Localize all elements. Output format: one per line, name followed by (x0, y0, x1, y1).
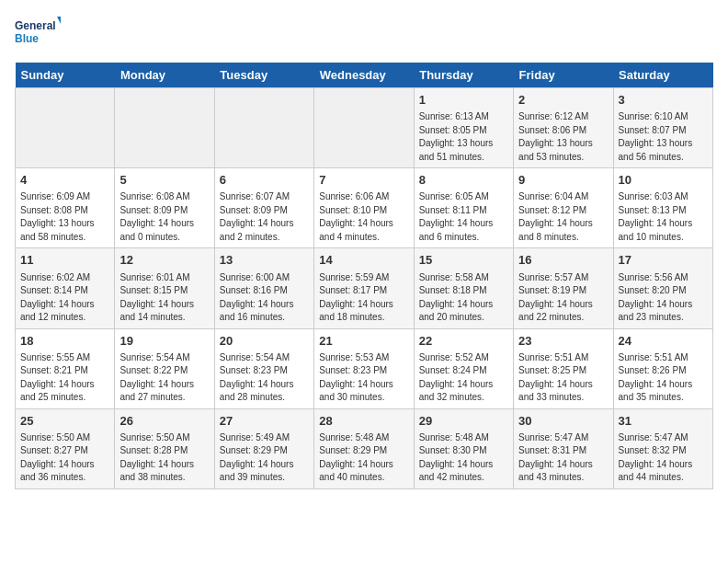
day-number: 15 (419, 252, 508, 269)
day-number: 23 (518, 333, 608, 350)
calendar-cell: 1Sunrise: 6:13 AM Sunset: 8:05 PM Daylig… (414, 88, 513, 168)
calendar-cell: 29Sunrise: 5:48 AM Sunset: 8:30 PM Dayli… (414, 408, 513, 488)
day-info: Sunrise: 5:56 AM Sunset: 8:20 PM Dayligh… (619, 271, 708, 325)
day-number: 20 (220, 333, 309, 350)
day-info: Sunrise: 5:50 AM Sunset: 8:27 PM Dayligh… (20, 431, 109, 485)
day-info: Sunrise: 6:12 AM Sunset: 8:06 PM Dayligh… (518, 110, 608, 164)
calendar-cell: 7Sunrise: 6:06 AM Sunset: 8:10 PM Daylig… (314, 168, 414, 248)
day-number: 3 (619, 92, 708, 109)
day-info: Sunrise: 5:51 AM Sunset: 8:26 PM Dayligh… (619, 351, 708, 405)
calendar-cell: 25Sunrise: 5:50 AM Sunset: 8:27 PM Dayli… (16, 408, 115, 488)
day-info: Sunrise: 6:02 AM Sunset: 8:14 PM Dayligh… (20, 271, 109, 325)
day-info: Sunrise: 6:08 AM Sunset: 8:09 PM Dayligh… (119, 190, 209, 244)
weekday-header-sunday: Sunday (16, 63, 115, 88)
calendar-cell: 26Sunrise: 5:50 AM Sunset: 8:28 PM Dayli… (115, 408, 214, 488)
calendar-cell: 6Sunrise: 6:07 AM Sunset: 8:09 PM Daylig… (214, 168, 313, 248)
calendar-cell: 11Sunrise: 6:02 AM Sunset: 8:14 PM Dayli… (16, 248, 115, 328)
calendar-cell: 20Sunrise: 5:54 AM Sunset: 8:23 PM Dayli… (214, 328, 313, 408)
day-number: 14 (319, 252, 408, 269)
calendar-cell: 12Sunrise: 6:01 AM Sunset: 8:15 PM Dayli… (115, 248, 214, 328)
calendar-cell: 30Sunrise: 5:47 AM Sunset: 8:31 PM Dayli… (514, 408, 613, 488)
week-row-1: 4Sunrise: 6:09 AM Sunset: 8:08 PM Daylig… (16, 168, 713, 248)
calendar-cell: 16Sunrise: 5:57 AM Sunset: 8:19 PM Dayli… (514, 248, 613, 328)
day-info: Sunrise: 6:03 AM Sunset: 8:13 PM Dayligh… (619, 190, 708, 244)
calendar-cell: 8Sunrise: 6:05 AM Sunset: 8:11 PM Daylig… (414, 168, 513, 248)
calendar-cell: 17Sunrise: 5:56 AM Sunset: 8:20 PM Dayli… (613, 248, 712, 328)
calendar-cell: 15Sunrise: 5:58 AM Sunset: 8:18 PM Dayli… (414, 248, 513, 328)
calendar-cell: 19Sunrise: 5:54 AM Sunset: 8:22 PM Dayli… (115, 328, 214, 408)
day-number: 27 (220, 413, 309, 430)
weekday-header-monday: Monday (115, 63, 214, 88)
day-info: Sunrise: 5:57 AM Sunset: 8:19 PM Dayligh… (518, 271, 608, 325)
day-info: Sunrise: 5:47 AM Sunset: 8:31 PM Dayligh… (518, 431, 608, 485)
day-info: Sunrise: 5:52 AM Sunset: 8:24 PM Dayligh… (419, 351, 508, 405)
calendar-cell: 22Sunrise: 5:52 AM Sunset: 8:24 PM Dayli… (414, 328, 513, 408)
day-info: Sunrise: 5:48 AM Sunset: 8:30 PM Dayligh… (419, 431, 508, 485)
day-number: 18 (20, 333, 109, 350)
logo-svg: General Blue (15, 15, 61, 52)
calendar-cell: 18Sunrise: 5:55 AM Sunset: 8:21 PM Dayli… (16, 328, 115, 408)
day-number: 28 (319, 413, 408, 430)
day-info: Sunrise: 5:50 AM Sunset: 8:28 PM Dayligh… (119, 431, 209, 485)
calendar-table: SundayMondayTuesdayWednesdayThursdayFrid… (15, 63, 713, 489)
svg-marker-2 (57, 17, 61, 28)
weekday-header-tuesday: Tuesday (214, 63, 313, 88)
calendar-cell: 13Sunrise: 6:00 AM Sunset: 8:16 PM Dayli… (214, 248, 313, 328)
day-info: Sunrise: 5:55 AM Sunset: 8:21 PM Dayligh… (20, 351, 109, 405)
calendar-cell: 28Sunrise: 5:48 AM Sunset: 8:29 PM Dayli… (314, 408, 414, 488)
day-info: Sunrise: 6:05 AM Sunset: 8:11 PM Dayligh… (419, 190, 508, 244)
day-number: 9 (518, 172, 608, 189)
day-info: Sunrise: 6:13 AM Sunset: 8:05 PM Dayligh… (419, 110, 508, 164)
weekday-header-wednesday: Wednesday (314, 63, 414, 88)
day-number: 2 (518, 92, 608, 109)
day-info: Sunrise: 5:47 AM Sunset: 8:32 PM Dayligh… (619, 431, 708, 485)
weekday-header-saturday: Saturday (613, 63, 712, 88)
weekday-header-friday: Friday (514, 63, 613, 88)
day-number: 13 (220, 252, 309, 269)
day-number: 10 (619, 172, 708, 189)
week-row-2: 11Sunrise: 6:02 AM Sunset: 8:14 PM Dayli… (16, 248, 713, 328)
calendar-cell: 23Sunrise: 5:51 AM Sunset: 8:25 PM Dayli… (514, 328, 613, 408)
day-info: Sunrise: 5:58 AM Sunset: 8:18 PM Dayligh… (419, 271, 508, 325)
day-number: 11 (20, 252, 109, 269)
header: General Blue (15, 15, 713, 52)
calendar-cell: 9Sunrise: 6:04 AM Sunset: 8:12 PM Daylig… (514, 168, 613, 248)
day-number: 30 (518, 413, 608, 430)
day-info: Sunrise: 6:04 AM Sunset: 8:12 PM Dayligh… (518, 190, 608, 244)
svg-text:General: General (15, 19, 56, 32)
day-number: 24 (619, 333, 708, 350)
day-info: Sunrise: 5:54 AM Sunset: 8:23 PM Dayligh… (220, 351, 309, 405)
calendar-cell: 24Sunrise: 5:51 AM Sunset: 8:26 PM Dayli… (613, 328, 712, 408)
calendar-cell: 4Sunrise: 6:09 AM Sunset: 8:08 PM Daylig… (16, 168, 115, 248)
day-info: Sunrise: 5:54 AM Sunset: 8:22 PM Dayligh… (119, 351, 209, 405)
calendar-cell (314, 88, 414, 168)
day-number: 31 (619, 413, 708, 430)
week-row-3: 18Sunrise: 5:55 AM Sunset: 8:21 PM Dayli… (16, 328, 713, 408)
day-number: 4 (20, 172, 109, 189)
day-info: Sunrise: 5:51 AM Sunset: 8:25 PM Dayligh… (518, 351, 608, 405)
day-info: Sunrise: 6:01 AM Sunset: 8:15 PM Dayligh… (119, 271, 209, 325)
calendar-cell: 21Sunrise: 5:53 AM Sunset: 8:23 PM Dayli… (314, 328, 414, 408)
day-number: 7 (319, 172, 408, 189)
calendar-cell: 10Sunrise: 6:03 AM Sunset: 8:13 PM Dayli… (613, 168, 712, 248)
day-number: 6 (220, 172, 309, 189)
calendar-cell: 5Sunrise: 6:08 AM Sunset: 8:09 PM Daylig… (115, 168, 214, 248)
day-info: Sunrise: 6:09 AM Sunset: 8:08 PM Dayligh… (20, 190, 109, 244)
week-row-4: 25Sunrise: 5:50 AM Sunset: 8:27 PM Dayli… (16, 408, 713, 488)
day-number: 5 (119, 172, 209, 189)
calendar-cell (16, 88, 115, 168)
day-number: 25 (20, 413, 109, 430)
day-info: Sunrise: 6:06 AM Sunset: 8:10 PM Dayligh… (319, 190, 408, 244)
day-number: 21 (319, 333, 408, 350)
day-number: 12 (119, 252, 209, 269)
day-info: Sunrise: 6:00 AM Sunset: 8:16 PM Dayligh… (220, 271, 309, 325)
day-number: 22 (419, 333, 508, 350)
calendar-cell (115, 88, 214, 168)
weekday-header-thursday: Thursday (414, 63, 513, 88)
day-number: 29 (419, 413, 508, 430)
week-row-0: 1Sunrise: 6:13 AM Sunset: 8:05 PM Daylig… (16, 88, 713, 168)
calendar-cell: 3Sunrise: 6:10 AM Sunset: 8:07 PM Daylig… (613, 88, 712, 168)
day-info: Sunrise: 5:59 AM Sunset: 8:17 PM Dayligh… (319, 271, 408, 325)
day-info: Sunrise: 6:07 AM Sunset: 8:09 PM Dayligh… (220, 190, 309, 244)
day-number: 26 (119, 413, 209, 430)
